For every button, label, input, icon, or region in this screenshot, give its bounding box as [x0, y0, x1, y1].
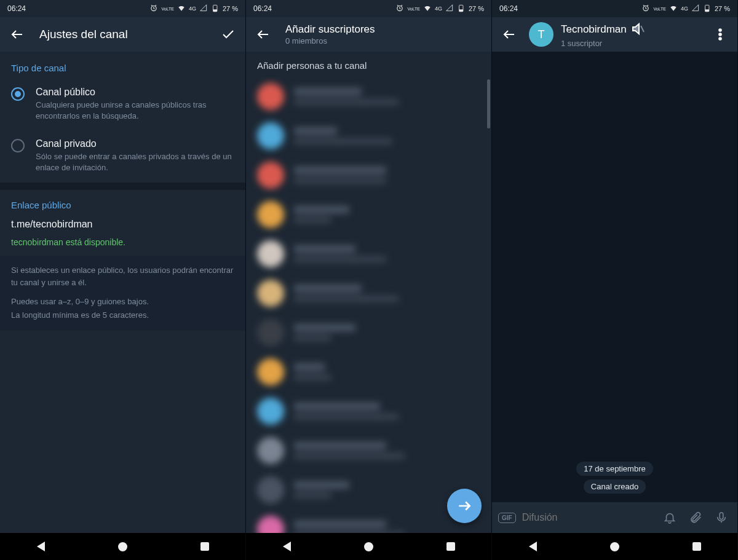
- contact-status-redacted: [294, 335, 331, 341]
- microphone-icon: [715, 511, 728, 524]
- contact-status-redacted: [294, 178, 386, 184]
- option-public-channel[interactable]: Canal público Cualquiera puede unirse a …: [0, 79, 245, 131]
- contact-name-redacted: [294, 324, 355, 331]
- contact-avatar: [257, 476, 284, 503]
- contact-name-redacted: [294, 206, 349, 213]
- contact-status-redacted: [294, 492, 331, 499]
- link-availability-status: tecnobirdman está disponible.: [11, 237, 234, 247]
- option-private-channel[interactable]: Canal privado Sólo se puede entrar a can…: [0, 131, 245, 183]
- page-title: Añadir suscriptores: [285, 23, 486, 36]
- svg-line-12: [641, 26, 644, 32]
- channel-header[interactable]: Tecnobirdman 1 suscriptor: [561, 22, 700, 48]
- nav-home-button[interactable]: [118, 542, 127, 551]
- signal-icon: [691, 4, 700, 14]
- arrow-left-icon: [10, 27, 25, 42]
- gif-button[interactable]: GIF: [498, 513, 516, 523]
- nav-home-button[interactable]: [364, 542, 373, 551]
- section-divider: [0, 183, 245, 190]
- page-title: Ajustes del canal: [39, 28, 206, 41]
- contact-row[interactable]: [246, 313, 488, 352]
- signal-icon: [445, 4, 454, 14]
- battery-icon: [457, 4, 466, 14]
- option-public-desc: Cualquiera puede unirse a canales públic…: [36, 100, 234, 121]
- contact-row[interactable]: [246, 156, 488, 195]
- battery-text: 27 %: [715, 5, 730, 12]
- contact-avatar: [257, 437, 284, 464]
- svg-point-13: [719, 29, 721, 31]
- attach-button[interactable]: [686, 511, 705, 524]
- back-button[interactable]: [497, 22, 522, 47]
- public-link-input[interactable]: t.me/tecnobirdman: [11, 219, 234, 230]
- android-nav-bar: [492, 533, 737, 560]
- more-vertical-icon: [713, 27, 728, 42]
- nav-recents-button[interactable]: [692, 542, 701, 551]
- status-bar: 06:24 VoLTE 4G 27 %: [492, 0, 737, 17]
- volte-icon: VoLTE: [407, 7, 420, 11]
- contact-name-redacted: [294, 245, 355, 253]
- contact-row[interactable]: [246, 195, 488, 234]
- back-button[interactable]: [251, 22, 276, 47]
- option-public-title: Canal público: [36, 87, 234, 98]
- contact-row[interactable]: [246, 77, 488, 116]
- arrow-left-icon: [502, 27, 517, 42]
- compose-input[interactable]: [522, 512, 654, 523]
- silent-button[interactable]: [660, 511, 680, 524]
- back-button[interactable]: [5, 22, 30, 47]
- contact-row[interactable]: [246, 392, 488, 431]
- contact-name-redacted: [294, 363, 325, 371]
- contact-status-redacted: [294, 374, 331, 381]
- contact-avatar: [257, 358, 284, 385]
- contact-name-redacted: [294, 285, 362, 292]
- next-fab-button[interactable]: [447, 489, 482, 523]
- option-private-title: Canal privado: [36, 138, 234, 149]
- nav-back-button[interactable]: [283, 542, 291, 551]
- section-channel-type: Tipo de canal: [0, 52, 245, 79]
- contact-status-redacted: [294, 256, 386, 262]
- chat-area[interactable]: 17 de septiembre Canal creado: [492, 52, 737, 502]
- nav-home-button[interactable]: [610, 542, 619, 551]
- status-time: 06:24: [7, 4, 26, 13]
- contact-avatar: [257, 398, 284, 425]
- nav-back-button[interactable]: [37, 542, 45, 551]
- confirm-button[interactable]: [216, 22, 240, 47]
- contact-avatar: [257, 280, 284, 307]
- nav-back-button[interactable]: [529, 542, 537, 551]
- battery-icon: [703, 4, 712, 14]
- bell-icon: [663, 511, 676, 524]
- channel-avatar[interactable]: T: [529, 22, 554, 47]
- wifi-icon: [423, 4, 432, 14]
- network-label: 4G: [435, 6, 442, 12]
- contact-row[interactable]: [246, 116, 488, 156]
- contact-row[interactable]: [246, 431, 488, 470]
- contact-name-redacted: [294, 521, 386, 528]
- contact-name-redacted: [294, 167, 386, 174]
- contact-row[interactable]: [246, 234, 488, 274]
- svg-rect-7: [459, 9, 462, 11]
- app-header: Ajustes del canal: [0, 17, 245, 52]
- volte-icon: VoLTE: [161, 7, 174, 11]
- contact-status-redacted: [294, 138, 392, 144]
- menu-button[interactable]: [708, 22, 732, 47]
- radio-unselected-icon: [11, 139, 25, 152]
- alarm-icon: [395, 4, 404, 14]
- battery-text: 27 %: [223, 5, 238, 12]
- nav-recents-button[interactable]: [446, 542, 455, 551]
- svg-point-15: [719, 37, 721, 40]
- voice-button[interactable]: [712, 511, 731, 524]
- contact-avatar: [257, 122, 284, 149]
- contact-avatar: [257, 83, 284, 110]
- contact-status-redacted: [294, 99, 399, 105]
- section-public-link: Enlace público: [11, 200, 234, 210]
- link-hint-block: Si estableces un enlace público, los usu…: [0, 256, 245, 331]
- nav-recents-button[interactable]: [200, 542, 209, 551]
- subscriber-count: 1 suscriptor: [561, 39, 700, 48]
- date-pill: 17 de septiembre: [576, 462, 653, 476]
- app-header: T Tecnobirdman 1 suscriptor: [492, 17, 737, 52]
- contact-name-redacted: [294, 442, 386, 449]
- arrow-right-icon: [456, 498, 472, 514]
- contact-row[interactable]: [246, 352, 488, 392]
- contact-row[interactable]: [246, 274, 488, 313]
- contacts-list[interactable]: [246, 77, 491, 533]
- add-people-header: Añadir personas a tu canal: [246, 52, 491, 77]
- volte-icon: VoLTE: [653, 7, 666, 11]
